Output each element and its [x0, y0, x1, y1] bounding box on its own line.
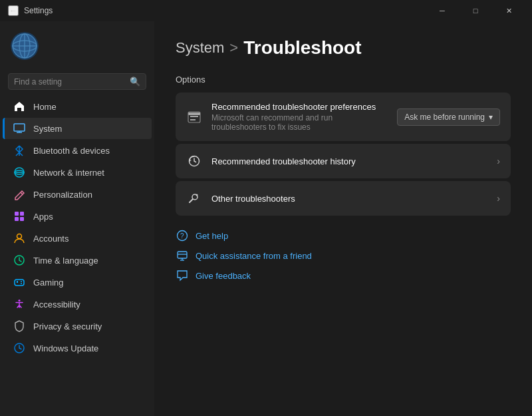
feedback-icon [176, 269, 189, 282]
svg-line-13 [21, 192, 23, 194]
svg-rect-14 [15, 212, 19, 216]
sidebar-item-accessibility[interactable]: Accessibility [3, 294, 152, 315]
close-button[interactable]: ✕ [493, 0, 524, 21]
chevron-down-icon: ▾ [489, 112, 493, 122]
dropdown-label: Ask me before running [404, 112, 485, 122]
sidebar-item-bluetooth[interactable]: Bluetooth & devices [3, 140, 152, 161]
card-subtitle-recommended-prefs: Microsoft can recommend and run troubles… [211, 113, 388, 132]
apps-icon [13, 210, 25, 222]
svg-point-24 [21, 281, 22, 282]
update-icon [13, 342, 25, 354]
card-text-other-troubleshooters: Other troubleshooters [211, 194, 487, 204]
recommended-history-icon [186, 153, 202, 169]
sidebar-item-personalization[interactable]: Personalization [3, 184, 152, 205]
sidebar-item-label: Privacy & security [33, 321, 102, 331]
sidebar-item-label: System [33, 124, 62, 134]
link-label-get-help: Get help [196, 231, 228, 241]
sidebar-item-label: Accounts [33, 234, 68, 244]
svg-rect-34 [178, 252, 187, 258]
sidebar-item-accounts[interactable]: Accounts [3, 228, 152, 249]
sidebar-item-label: Apps [33, 212, 53, 222]
breadcrumb-parent: System [176, 39, 224, 57]
link-label-feedback: Give feedback [196, 271, 251, 281]
search-box[interactable]: 🔍 [8, 73, 146, 90]
links-section: ? Get help Quick assistance from a frien… [176, 229, 511, 282]
card-text-recommended-history: Recommended troubleshooter history [211, 156, 487, 166]
accessibility-icon [13, 298, 25, 310]
nav-container: Home System Bluetooth & devices Network … [0, 95, 154, 359]
sidebar-item-home[interactable]: Home [3, 96, 152, 117]
home-icon [13, 101, 25, 112]
titlebar-controls: ─ □ ✕ [427, 0, 524, 21]
sidebar-item-time[interactable]: Time & language [3, 250, 152, 271]
sidebar-item-privacy[interactable]: Privacy & security [3, 315, 152, 337]
maximize-button[interactable]: □ [460, 0, 491, 21]
accounts-icon [13, 232, 25, 244]
titlebar-title: Settings [24, 6, 53, 15]
back-button[interactable]: ← [8, 5, 19, 16]
avatar [11, 32, 39, 60]
minimize-button[interactable]: ─ [427, 0, 458, 21]
link-feedback[interactable]: Give feedback [176, 269, 511, 282]
svg-rect-15 [20, 212, 24, 216]
card-row-recommended-history[interactable]: Recommended troubleshooter history › [176, 144, 511, 178]
card-row-recommended-prefs[interactable]: Recommended troubleshooter preferences M… [176, 93, 511, 141]
svg-point-26 [19, 300, 21, 302]
network-icon [13, 166, 25, 178]
card-action-other-troubleshooters: › [497, 193, 500, 204]
breadcrumb: System > Troubleshoot [176, 37, 511, 59]
svg-point-25 [21, 283, 22, 284]
sidebar-item-label: Network & internet [33, 168, 104, 178]
search-input[interactable] [14, 77, 126, 87]
quick-assist-icon [176, 249, 189, 262]
card-row-other-troubleshooters[interactable]: Other troubleshooters › [176, 181, 511, 216]
gaming-icon [13, 276, 25, 288]
sidebar-item-label: Gaming [33, 278, 64, 288]
avatar-section [0, 27, 154, 71]
chevron-right-icon: › [497, 156, 500, 166]
sidebar-item-label: Personalization [33, 190, 92, 200]
bluetooth-icon [13, 144, 25, 156]
svg-point-18 [17, 234, 22, 239]
main-content: System > Troubleshoot Options Recommende… [154, 21, 532, 416]
sidebar-item-update[interactable]: Windows Update [3, 337, 152, 359]
svg-text:?: ? [180, 232, 184, 240]
svg-rect-7 [14, 124, 25, 131]
other-troubleshooters-icon [186, 190, 202, 206]
sidebar: 🔍 Home System Bluetooth & devices Networ… [0, 21, 154, 416]
titlebar-left: ← Settings [8, 5, 53, 16]
system-icon [13, 122, 25, 134]
cards-container: Recommended troubleshooter preferences M… [176, 93, 511, 216]
dropdown-recommended-prefs[interactable]: Ask me before running ▾ [397, 108, 500, 126]
link-get-help[interactable]: ? Get help [176, 229, 511, 242]
link-label-quick-assist: Quick assistance from a friend [196, 251, 312, 261]
options-label: Options [176, 75, 511, 85]
breadcrumb-current: Troubleshoot [243, 37, 361, 59]
svg-rect-20 [15, 280, 24, 286]
card-other-troubleshooters: Other troubleshooters › [176, 181, 511, 216]
sidebar-item-system[interactable]: System [3, 118, 152, 139]
search-icon: 🔍 [130, 77, 140, 87]
card-title-recommended-prefs: Recommended troubleshooter preferences [211, 102, 388, 112]
sidebar-item-apps[interactable]: Apps [3, 206, 152, 227]
sidebar-item-label: Time & language [33, 256, 98, 266]
sidebar-item-label: Accessibility [33, 300, 80, 310]
link-quick-assist[interactable]: Quick assistance from a friend [176, 249, 511, 262]
sidebar-item-gaming[interactable]: Gaming [3, 272, 152, 293]
card-text-recommended-prefs: Recommended troubleshooter preferences M… [211, 102, 388, 132]
titlebar: ← Settings ─ □ ✕ [0, 0, 532, 21]
sidebar-item-label: Bluetooth & devices [33, 146, 110, 156]
card-action-recommended-prefs: Ask me before running ▾ [397, 108, 500, 126]
svg-point-31 [196, 194, 198, 196]
svg-rect-16 [15, 217, 19, 221]
sidebar-item-label: Home [33, 102, 57, 112]
card-recommended-prefs: Recommended troubleshooter preferences M… [176, 93, 511, 141]
card-title-other-troubleshooters: Other troubleshooters [211, 194, 487, 204]
chevron-right-icon: › [497, 193, 500, 204]
card-title-recommended-history: Recommended troubleshooter history [211, 156, 487, 166]
breadcrumb-separator: > [229, 39, 238, 57]
sidebar-item-network[interactable]: Network & internet [3, 162, 152, 183]
time-icon [13, 254, 25, 266]
personalization-icon [13, 188, 25, 200]
sidebar-item-label: Windows Update [33, 343, 98, 353]
